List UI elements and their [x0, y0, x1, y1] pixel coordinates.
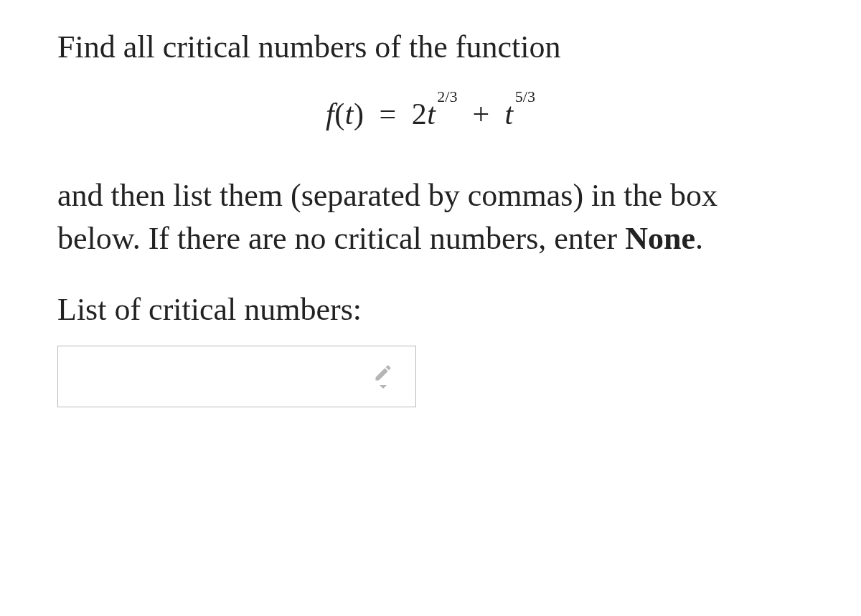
answer-row: [57, 346, 804, 407]
question-body: and then list them (separated by commas)…: [57, 174, 804, 260]
equation: f(t) = 2t2/3 + t5/3: [326, 98, 535, 131]
term1-exp: 2/3: [437, 87, 457, 105]
plus-sign: +: [472, 98, 489, 131]
close-paren: ): [354, 98, 364, 131]
formula-display: f(t) = 2t2/3 + t5/3: [57, 97, 804, 131]
term2-base: t5/3: [505, 97, 535, 131]
arg-var: t: [345, 98, 354, 131]
answer-input[interactable]: [57, 346, 416, 407]
none-keyword: None: [625, 221, 695, 256]
question-container: Find all critical numbers of the functio…: [0, 0, 861, 436]
equals-sign: =: [379, 98, 396, 131]
body-part2: .: [695, 221, 703, 256]
term1-base: t2/3: [427, 97, 457, 131]
open-paren: (: [334, 98, 345, 131]
body-part1: and then list them (separated by commas)…: [57, 178, 718, 255]
term1-coeff: 2: [412, 98, 428, 131]
term2-exp: 5/3: [515, 87, 535, 105]
question-intro: Find all critical numbers of the functio…: [57, 26, 804, 68]
func-name: f: [326, 98, 334, 131]
term2-base-var: t: [505, 98, 514, 131]
answer-prompt: List of critical numbers:: [57, 288, 804, 331]
term1-base-var: t: [427, 98, 436, 131]
